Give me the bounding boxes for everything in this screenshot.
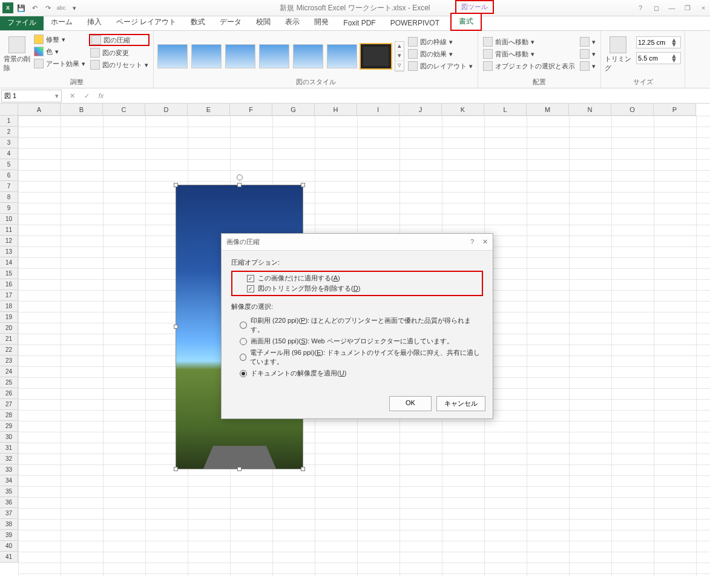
column-header[interactable]: D <box>145 104 188 115</box>
crop-button[interactable]: トリミング <box>605 33 631 76</box>
fx-icon[interactable]: fx <box>96 92 107 99</box>
row-headers[interactable]: 1234567891011121314151617181920212223242… <box>0 116 18 563</box>
send-backward-button[interactable]: 背面へ移動 ▾ <box>482 48 576 59</box>
style-thumb[interactable] <box>191 44 222 68</box>
style-gallery[interactable]: ▴▾▿ <box>157 33 404 76</box>
down-icon[interactable]: ▾ <box>395 51 404 61</box>
picture-border-button[interactable]: 図の枠線 ▾ <box>407 36 474 47</box>
row-header[interactable]: 25 <box>0 377 18 388</box>
corrections-button[interactable]: 修整 ▾ <box>33 34 87 45</box>
row-header[interactable]: 39 <box>0 530 18 541</box>
selection-pane-button[interactable]: オブジェクトの選択と表示 <box>482 61 576 71</box>
row-header[interactable]: 40 <box>0 541 18 552</box>
restore-icon[interactable]: ❐ <box>682 4 693 12</box>
row-header[interactable]: 26 <box>0 388 18 399</box>
cancel-formula-icon[interactable]: ✕ <box>67 92 77 100</box>
column-header[interactable]: H <box>315 104 357 115</box>
radio-print-220[interactable]: 印刷用 (220 ppi)(P): ほとんどのプリンターと画面で優れた品質が得ら… <box>240 315 483 335</box>
row-header[interactable]: 31 <box>0 443 18 454</box>
row-header[interactable]: 38 <box>0 519 18 530</box>
gallery-scroll[interactable]: ▴▾▿ <box>395 41 404 71</box>
style-thumb[interactable] <box>327 44 357 68</box>
row-header[interactable]: 33 <box>0 464 18 475</box>
column-header[interactable]: O <box>611 104 654 115</box>
tab-view[interactable]: 表示 <box>278 15 307 30</box>
column-header[interactable]: G <box>272 104 315 115</box>
row-header[interactable]: 12 <box>0 236 18 246</box>
column-header[interactable]: L <box>484 104 527 115</box>
style-thumb[interactable] <box>225 44 255 68</box>
resize-handle[interactable] <box>174 183 178 187</box>
row-header[interactable]: 7 <box>0 181 18 192</box>
checkbox-apply-only[interactable]: ✓ この画像だけに適用する(A) <box>243 273 479 283</box>
dialog-close-icon[interactable]: ✕ <box>482 238 488 246</box>
row-header[interactable]: 13 <box>0 246 18 257</box>
row-header[interactable]: 16 <box>0 279 18 290</box>
row-header[interactable]: 4 <box>0 148 18 159</box>
select-all-corner[interactable] <box>0 104 18 115</box>
column-header[interactable]: M <box>527 104 569 115</box>
spellcheck-icon[interactable]: abc <box>56 2 67 13</box>
undo-icon[interactable]: ↶ <box>29 2 40 13</box>
row-header[interactable]: 6 <box>0 170 18 181</box>
style-thumb[interactable] <box>157 44 188 68</box>
row-header[interactable]: 30 <box>0 432 18 443</box>
align-button[interactable]: ▾ <box>579 36 597 47</box>
row-header[interactable]: 3 <box>0 137 18 148</box>
enter-formula-icon[interactable]: ✓ <box>81 92 92 100</box>
row-header[interactable]: 27 <box>0 399 18 410</box>
color-button[interactable]: 色 ▾ <box>33 46 87 57</box>
column-header[interactable]: J <box>399 104 442 115</box>
artistic-effects-button[interactable]: アート効果 ▾ <box>33 58 87 69</box>
height-input[interactable]: ▲▼ <box>636 36 681 48</box>
compress-pictures-button[interactable]: 図の圧縮 <box>89 34 150 46</box>
row-header[interactable]: 14 <box>0 257 18 268</box>
row-header[interactable]: 18 <box>0 301 18 312</box>
column-header[interactable]: P <box>654 104 696 115</box>
dialog-titlebar[interactable]: 画像の圧縮 ?✕ <box>222 234 493 251</box>
name-box[interactable]: 図 1▾ <box>1 90 62 102</box>
tab-format[interactable]: 書式 <box>450 13 482 31</box>
column-header[interactable]: K <box>442 104 484 115</box>
row-header[interactable]: 23 <box>0 355 18 366</box>
row-header[interactable]: 19 <box>0 312 18 323</box>
tab-foxit-pdf[interactable]: Foxit PDF <box>336 16 383 30</box>
row-header[interactable]: 1 <box>0 116 18 127</box>
tab-formulas[interactable]: 数式 <box>183 15 212 30</box>
resize-handle[interactable] <box>301 467 305 471</box>
tab-data[interactable]: データ <box>212 15 249 30</box>
remove-background-button[interactable]: 背景の削除 <box>4 33 30 76</box>
minimize-icon[interactable]: — <box>666 4 677 12</box>
tab-file[interactable]: ファイル <box>0 15 44 30</box>
tab-developer[interactable]: 開発 <box>307 15 336 30</box>
row-header[interactable]: 41 <box>0 552 18 563</box>
resize-handle[interactable] <box>237 183 242 187</box>
row-header[interactable]: 2 <box>0 127 18 137</box>
row-header[interactable]: 28 <box>0 410 18 421</box>
checkbox-delete-cropped[interactable]: ✓ 図のトリミング部分を削除する(D) <box>243 283 479 294</box>
radio-screen-150[interactable]: 画面用 (150 ppi)(S): Web ページやプロジェクターに適しています… <box>240 335 483 347</box>
width-input[interactable]: ▲▼ <box>636 52 681 64</box>
resize-handle[interactable] <box>174 325 178 329</box>
row-header[interactable]: 22 <box>0 345 18 355</box>
row-header[interactable]: 32 <box>0 454 18 464</box>
row-header[interactable]: 35 <box>0 486 18 497</box>
row-header[interactable]: 20 <box>0 323 18 334</box>
close-icon[interactable]: × <box>698 4 709 12</box>
row-header[interactable]: 24 <box>0 366 18 377</box>
radio-document-default[interactable]: ドキュメントの解像度を適用(U) <box>240 368 483 379</box>
row-header[interactable]: 5 <box>0 159 18 170</box>
resize-handle[interactable] <box>237 467 242 471</box>
row-header[interactable]: 11 <box>0 225 18 236</box>
style-thumb-selected[interactable] <box>361 44 391 68</box>
tab-powerpivot[interactable]: POWERPIVOT <box>383 16 447 30</box>
tab-home[interactable]: ホーム <box>44 15 80 30</box>
redo-icon[interactable]: ↷ <box>42 2 53 13</box>
row-header[interactable]: 36 <box>0 497 18 508</box>
cancel-button[interactable]: キャンセル <box>436 396 485 411</box>
bring-forward-button[interactable]: 前面へ移動 ▾ <box>482 36 576 47</box>
group-button[interactable]: ▾ <box>579 48 597 59</box>
qat-customize-icon[interactable]: ▾ <box>69 2 80 13</box>
column-headers[interactable]: ABCDEFGHIJKLMNOP <box>0 104 696 116</box>
resize-handle[interactable] <box>301 183 305 187</box>
